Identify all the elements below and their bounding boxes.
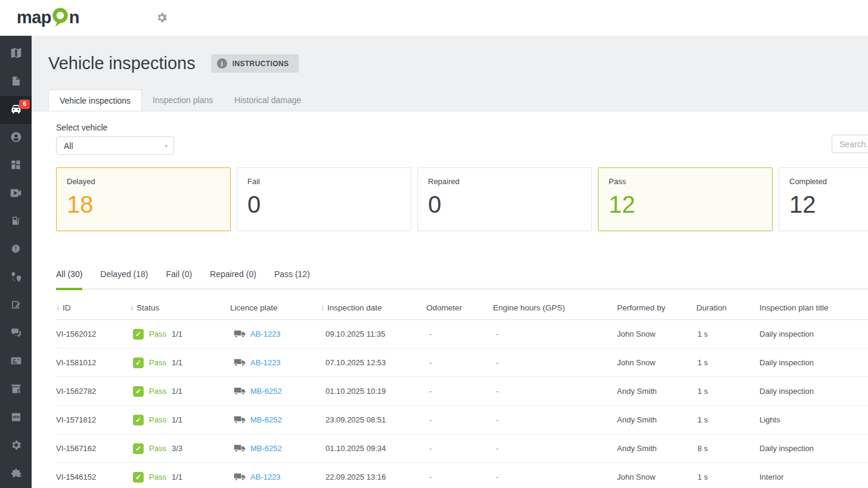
route-pins-icon	[10, 271, 22, 285]
cell-plan-title: Lights	[755, 415, 868, 424]
cell-status: ✓ Pass 1/1	[130, 472, 230, 483]
sidebar-item-cards[interactable]	[0, 348, 32, 376]
licence-plate-link[interactable]: MB-6252	[250, 415, 282, 424]
sidebar-item-routes[interactable]	[0, 264, 32, 292]
status-tab-all[interactable]: All (30)	[56, 269, 82, 290]
logo-pin-icon	[52, 7, 69, 29]
licence-plate-link[interactable]: AB-1223	[250, 358, 281, 367]
cell-engine-hours: -	[493, 415, 609, 424]
table-header: ↓ID ↓Status Licence plate ↓Inspection da…	[56, 296, 868, 320]
table-row[interactable]: VI-1571812 ✓ Pass 1/1 MB-6252 23.09.2025…	[56, 406, 868, 434]
table-row[interactable]: VI-1581012 ✓ Pass 1/1 AB-1223 07.10.2025…	[56, 349, 868, 377]
calendar-new-icon: NEW	[10, 411, 22, 425]
table-body: VI-1562012 ✓ Pass 1/1 AB-1223 09.10.2025…	[56, 320, 868, 488]
sidebar-item-vehicle-inspections[interactable]: 6	[0, 96, 32, 124]
cell-inspection-date: 07.10.2025 12:53	[321, 358, 426, 367]
status-label: Pass	[149, 358, 166, 367]
status-tab-fail[interactable]: Fail (0)	[166, 269, 193, 290]
card-repaired[interactable]: Repaired 0	[417, 167, 592, 231]
cell-id: VI-1581012	[56, 358, 130, 367]
sidebar-item-messages[interactable]	[0, 320, 32, 348]
cell-odometer: -	[426, 473, 493, 481]
card-fail[interactable]: Fail 0	[237, 167, 411, 231]
sidebar-item-video[interactable]	[0, 180, 32, 208]
card-completed[interactable]: Completed 12	[779, 167, 868, 231]
store-icon	[10, 383, 22, 397]
card-delayed[interactable]: Delayed 18	[56, 167, 231, 231]
sidebar-item-drivers[interactable]	[0, 124, 32, 152]
inspections-table: ↓ID ↓Status Licence plate ↓Inspection da…	[56, 296, 868, 488]
cell-status: ✓ Pass 3/3	[130, 443, 230, 454]
sidebar-item-garage[interactable]	[0, 376, 32, 404]
cell-duration: 1 s	[696, 330, 755, 338]
tab-historical-damage[interactable]: Historical damage	[224, 89, 312, 111]
licence-plate-link[interactable]: AB-1223	[250, 473, 281, 481]
cell-plan-title: Daily inspection	[755, 358, 868, 367]
status-check-count: 1/1	[172, 330, 182, 338]
top-bar: map n	[0, 0, 868, 36]
cell-plan-title: Daily inspection	[755, 387, 868, 396]
status-tab-pass[interactable]: Pass (12)	[274, 269, 310, 290]
status-tab-repaired[interactable]: Repaired (0)	[210, 269, 256, 290]
status-check-count: 1/1	[172, 358, 182, 367]
column-header-licence-plate[interactable]: Licence plate	[230, 303, 321, 312]
user-icon	[10, 131, 22, 145]
cell-id: VI-1567162	[56, 444, 130, 453]
header-settings-gear-icon[interactable]	[156, 11, 168, 26]
sidebar-item-map[interactable]	[0, 40, 32, 68]
licence-plate-link[interactable]: MB-6252	[250, 387, 282, 396]
cell-id: VI-1546152	[56, 473, 130, 481]
dashboard-grid-icon	[10, 159, 21, 173]
column-header-inspection-date[interactable]: ↓Inspection date	[321, 303, 426, 312]
cell-status: ✓ Pass 1/1	[130, 386, 230, 397]
card-value: 0	[428, 192, 581, 216]
column-header-id[interactable]: ↓ID	[56, 303, 130, 312]
cell-odometer: -	[426, 444, 493, 453]
sidebar-item-addons[interactable]	[0, 460, 32, 488]
select-vehicle-dropdown[interactable]: All ▾	[56, 136, 174, 155]
mapon-logo[interactable]: map n	[17, 7, 79, 29]
page-title: Vehicle inspections	[48, 54, 196, 73]
sidebar-item-fuel[interactable]	[0, 208, 32, 236]
sidebar-item-calendar-new[interactable]: NEW	[0, 404, 32, 432]
cell-inspection-date: 01.10.2025 09:34	[321, 444, 426, 453]
table-row[interactable]: VI-1546152 ✓ Pass 1/1 AB-1223 22.09.2025…	[56, 463, 868, 488]
status-tab-delayed[interactable]: Delayed (18)	[100, 269, 148, 290]
cell-licence-plate: AB-1223	[230, 473, 321, 481]
sidebar-item-alerts[interactable]	[0, 236, 32, 264]
info-icon: i	[217, 58, 227, 69]
column-header-odometer[interactable]: Odometer	[426, 303, 493, 312]
cell-odometer: -	[426, 415, 493, 424]
column-header-performed-by[interactable]: Performed by	[609, 303, 696, 312]
cell-engine-hours: -	[493, 444, 609, 453]
cell-status: ✓ Pass 1/1	[130, 358, 230, 368]
cell-licence-plate: AB-1223	[230, 358, 321, 367]
cell-performed-by: John Snow	[609, 358, 696, 367]
sidebar-item-tasks[interactable]	[0, 292, 32, 320]
tab-vehicle-inspections[interactable]: Vehicle inspections	[48, 89, 142, 111]
card-value: 12	[789, 192, 868, 216]
column-header-status[interactable]: ↓Status	[130, 303, 230, 312]
cell-plan-title: Interior	[755, 473, 868, 481]
licence-plate-link[interactable]: AB-1223	[250, 330, 281, 338]
licence-plate-link[interactable]: MB-6252	[250, 444, 282, 453]
cell-odometer: -	[426, 387, 493, 396]
table-row[interactable]: VI-1567162 ✓ Pass 3/3 MB-6252 01.10.2025…	[56, 434, 868, 463]
sidebar: 6 NEW	[0, 36, 32, 488]
logo-text-prefix: map	[17, 7, 51, 27]
table-row[interactable]: VI-1562782 ✓ Pass 1/1 MB-6252 01.10.2025…	[56, 377, 868, 406]
sidebar-item-dashboard[interactable]	[0, 152, 32, 180]
cell-odometer: -	[426, 330, 493, 338]
card-pass[interactable]: Pass 12	[598, 167, 773, 231]
column-header-duration[interactable]: Duration	[696, 303, 755, 312]
sidebar-item-documents[interactable]	[0, 68, 32, 96]
search-input[interactable]	[832, 135, 868, 153]
column-header-plan-title[interactable]: Inspection plan title	[755, 303, 868, 312]
cell-id: VI-1562782	[56, 387, 130, 396]
sidebar-item-settings[interactable]	[0, 432, 32, 460]
column-header-engine-hours[interactable]: Engine hours (GPS)	[493, 303, 609, 312]
table-row[interactable]: VI-1562012 ✓ Pass 1/1 AB-1223 09.10.2025…	[56, 320, 868, 349]
status-filter-tabs: All (30) Delayed (18) Fail (0) Repaired …	[56, 269, 868, 290]
tab-inspection-plans[interactable]: Inspection plans	[142, 89, 224, 111]
instructions-button[interactable]: i INSTRUCTIONS	[211, 54, 299, 73]
